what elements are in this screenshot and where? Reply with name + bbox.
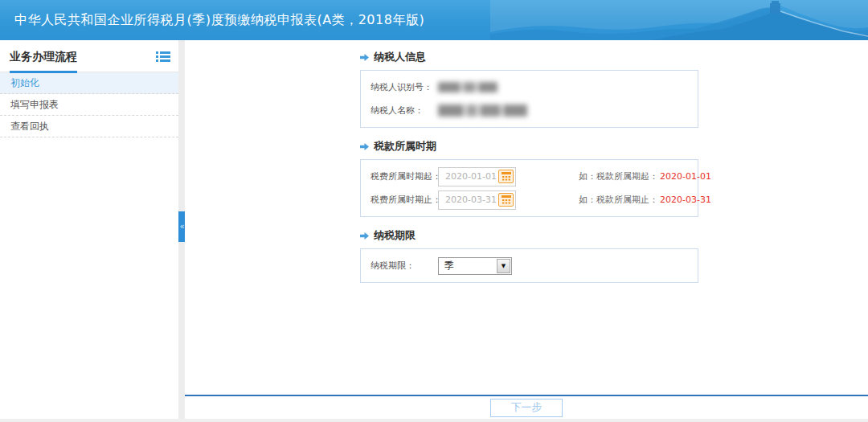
footer-bar: 下一步	[185, 395, 868, 419]
tax-period-section-header: 税款所属时期	[360, 139, 698, 154]
period-start-input-wrap	[438, 167, 516, 186]
hint-date: 2020-01-01	[660, 171, 711, 182]
sidebar-item-fill-return[interactable]: 填写申报表	[0, 94, 178, 116]
tax-term-section-title: 纳税期限	[374, 228, 416, 243]
period-end-label: 税费所属时期止：	[371, 194, 438, 206]
menu-list-icon[interactable]	[156, 50, 170, 72]
period-start-label: 税费所属时期起：	[371, 170, 438, 182]
tax-term-label: 纳税期限：	[371, 260, 438, 272]
panel-gap: «	[178, 40, 185, 419]
tax-period-section-title: 税款所属时期	[374, 139, 436, 154]
next-button[interactable]: 下一步	[490, 399, 563, 417]
taxpayer-info-section: 纳税人信息 纳税人识别号： 纳税人名称：	[360, 50, 698, 128]
sidebar-item-initialize[interactable]: 初始化	[0, 72, 178, 94]
calendar-icon[interactable]	[498, 170, 514, 183]
collapse-left-icon: «	[179, 223, 184, 231]
tax-term-section-header: 纳税期限	[360, 228, 698, 243]
taxpayer-name-label: 纳税人名称：	[371, 104, 438, 117]
tax-term-box: 纳税期限： 季 ▼	[360, 248, 698, 283]
sidebar: 业务办理流程 初始化 填写申报表 查看回执	[0, 40, 178, 419]
period-start-row: 税费所属时期起：	[371, 165, 688, 188]
section-arrow-icon	[360, 142, 369, 151]
sidebar-title: 业务办理流程	[10, 50, 77, 73]
period-end-hint: 如：税款所属期止：2020-03-31	[579, 194, 711, 206]
taxpayer-section-title: 纳税人信息	[374, 50, 426, 64]
page: 中华人民共和国企业所得税月(季)度预缴纳税申报表(A类，2018年版) 业务办理…	[0, 0, 868, 422]
dropdown-arrow-icon: ▼	[497, 259, 510, 273]
sidebar-menu: 初始化 填写申报表 查看回执	[0, 72, 178, 137]
taxpayer-section-header: 纳税人信息	[360, 50, 698, 64]
taxpayer-id-value-redacted	[438, 82, 497, 92]
taxpayer-name-row: 纳税人名称：	[371, 99, 688, 122]
period-end-input-wrap	[438, 191, 516, 210]
tax-period-section: 税款所属时期 税费所属时期起：	[360, 139, 698, 217]
tax-term-select[interactable]: 季 ▼	[438, 257, 512, 275]
section-arrow-icon	[360, 231, 369, 240]
calendar-icon[interactable]	[498, 193, 514, 207]
page-title: 中华人民共和国企业所得税月(季)度预缴纳税申报表(A类，2018年版)	[0, 0, 868, 40]
tax-term-row: 纳税期限： 季 ▼	[371, 254, 688, 277]
period-end-row: 税费所属时期止：	[371, 188, 688, 211]
form-column: 纳税人信息 纳税人识别号： 纳税人名称：	[360, 50, 698, 294]
main-panel: 纳税人信息 纳税人识别号： 纳税人名称：	[185, 40, 868, 419]
period-start-hint: 如：税款所属期起：2020-01-01	[579, 170, 711, 182]
tax-term-selected-value: 季	[444, 259, 454, 272]
taxpayer-id-row: 纳税人识别号：	[371, 76, 688, 99]
hint-date: 2020-03-31	[660, 195, 711, 205]
section-arrow-icon	[360, 53, 369, 62]
tax-term-section: 纳税期限 纳税期限： 季 ▼	[360, 228, 698, 283]
taxpayer-info-box: 纳税人识别号： 纳税人名称：	[360, 70, 698, 128]
hint-prefix: 如：税款所属期起：	[579, 171, 658, 182]
taxpayer-id-label: 纳税人识别号：	[371, 81, 438, 93]
sidebar-item-view-receipt[interactable]: 查看回执	[0, 116, 178, 137]
app-header: 中华人民共和国企业所得税月(季)度预缴纳税申报表(A类，2018年版)	[0, 0, 868, 40]
sidebar-header: 业务办理流程	[0, 40, 178, 72]
tax-period-box: 税费所属时期起：	[360, 159, 698, 217]
hint-prefix: 如：税款所属期止：	[579, 195, 658, 205]
taxpayer-name-value-redacted	[438, 104, 527, 117]
